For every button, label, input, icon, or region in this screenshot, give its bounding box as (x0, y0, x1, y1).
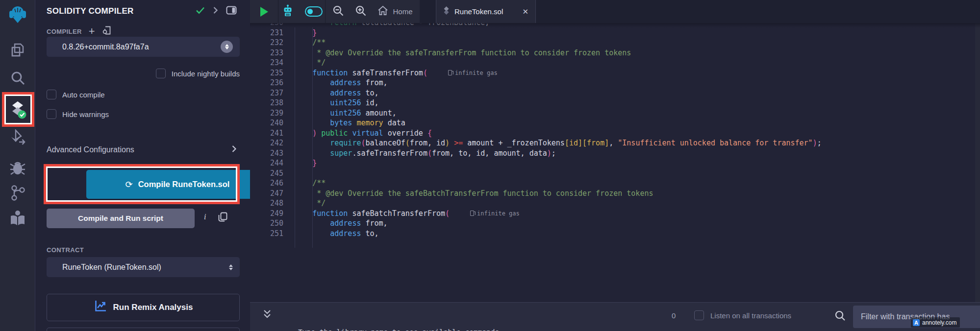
include-nightly-builds-label: Include nightly builds (172, 70, 240, 78)
checkbox-box[interactable] (47, 109, 56, 119)
gas-estimate-badge: infinite gas (448, 70, 498, 76)
code-line-249[interactable]: 249 function safeBatchTransferFrom(infin… (250, 209, 980, 219)
terminal-bar: 0 Listen on all transactions Type the li… (250, 302, 980, 331)
code-line-233[interactable]: 233 * @dev Override the safeTransferFrom… (250, 48, 980, 58)
code-line-239[interactable]: 239 uint256 amount, (250, 108, 980, 118)
compile-button[interactable]: ⟳ Compile RuneToken.sol (86, 170, 269, 199)
tab-runetoken[interactable]: RuneToken.sol ✕ (436, 0, 536, 23)
code-line-246[interactable]: 246 /** (250, 178, 980, 189)
code-text: */ (295, 58, 326, 67)
add-custom-compiler-icon[interactable]: + (89, 28, 95, 35)
code-line-244[interactable]: 244 } (250, 158, 980, 168)
code-text: * @dev Override the safeTransferFrom fun… (295, 48, 631, 57)
code-line-243[interactable]: 243 super.safeTransferFrom(from, to, id,… (250, 148, 980, 159)
listen-all-transactions-checkbox[interactable]: Listen on all transactions (694, 310, 791, 320)
code-line-237[interactable]: 237 address to, (250, 88, 980, 98)
editor-toolbar: Home RuneToken.sol ✕ (250, 0, 980, 23)
tab-home[interactable]: Home (377, 5, 412, 18)
checkbox-box[interactable] (47, 90, 56, 99)
code-line-232[interactable]: 232 /** (250, 38, 980, 48)
terminal-search-icon[interactable] (834, 310, 846, 323)
code-line-238[interactable]: 238 uint256 id, (250, 98, 980, 108)
run-script-icon[interactable] (260, 7, 268, 17)
hide-warnings-checkbox[interactable]: Hide warnings (47, 109, 109, 119)
compiler-section-header: COMPILER + (47, 25, 112, 37)
active-tab-label: RuneToken.sol (454, 7, 503, 16)
source-control-icon[interactable] (0, 182, 35, 204)
remix-logo[interactable] (0, 4, 35, 25)
deploy-and-run-icon[interactable] (0, 127, 35, 149)
home-tab-label: Home (393, 7, 412, 16)
code-text: } (295, 159, 317, 167)
debugger-icon[interactable] (0, 157, 35, 178)
zoom-out-icon[interactable] (332, 5, 344, 19)
solidity-file-icon (443, 6, 450, 17)
code-text: function safeTransferFrom( (295, 69, 427, 77)
code-text: address to, (295, 89, 379, 97)
line-number: 235 (250, 69, 283, 77)
code-line-235[interactable]: 235 function safeTransferFrom(infinite g… (250, 68, 980, 78)
code-line-247[interactable]: 247 * @dev Override the safeBatchTransfe… (250, 189, 980, 199)
code-text: super.safeTransferFrom(from, to, id, amo… (295, 149, 556, 158)
ai-copilot-toggle[interactable] (305, 6, 323, 17)
checkbox-box[interactable] (694, 310, 704, 320)
collapse-panel-icon[interactable] (213, 6, 218, 16)
include-nightly-builds-checkbox[interactable]: Include nightly builds (156, 69, 240, 78)
solidity-compiler-panel: SOLIDITY COMPILER COMPILER + (35, 0, 250, 331)
copy-icon[interactable] (218, 212, 227, 224)
contract-label: CONTRACT (47, 246, 84, 254)
home-icon (377, 5, 388, 18)
annotely-watermark: A annotely.com (911, 317, 960, 328)
file-explorer-icon[interactable] (0, 39, 35, 61)
code-line-248[interactable]: 248 */ (250, 198, 980, 209)
line-number: 238 (250, 98, 283, 107)
pin-panel-icon[interactable] (226, 6, 237, 17)
search-icon[interactable] (0, 68, 35, 89)
gas-pump-icon (470, 211, 474, 216)
compiler-version-select[interactable]: 0.8.26+commit.8a97fa7a (47, 37, 240, 57)
solidity-compiler-icon[interactable] (0, 97, 35, 122)
code-line-231[interactable]: 231 } (250, 28, 980, 38)
panel-header: SOLIDITY COMPILER (47, 5, 243, 18)
compile-and-run-button[interactable]: Compile and Run script (47, 209, 195, 228)
checkbox-box[interactable] (156, 69, 166, 78)
transaction-count-badge: 0 (672, 311, 676, 320)
advanced-configurations-toggle[interactable]: Advanced Configurations (47, 145, 240, 155)
remix-ai-robot-icon[interactable] (281, 4, 294, 19)
code-editor[interactable]: 230 return totalBalance - frozenBalance;… (250, 23, 980, 302)
chevron-right-icon (231, 145, 240, 155)
code-text: } (295, 28, 317, 37)
code-line-240[interactable]: 240 bytes memory data (250, 118, 980, 128)
expand-terminal-icon[interactable] (263, 309, 272, 322)
code-text: function safeBatchTransferFrom( (295, 209, 450, 218)
code-line-234[interactable]: 234 */ (250, 58, 980, 68)
line-number: 243 (250, 149, 283, 158)
code-line-245[interactable]: 245 (250, 168, 980, 179)
contract-select-value: RuneToken (RuneToken.sol) (62, 263, 161, 272)
code-line-251[interactable]: 251 address to, (250, 229, 980, 239)
zoom-in-icon[interactable] (355, 5, 367, 19)
compile-button-label: Compile RuneToken.sol (138, 180, 230, 189)
contract-select[interactable]: RuneToken (RuneToken.sol) (47, 257, 240, 277)
code-line-241[interactable]: 241 ) public virtual override { (250, 128, 980, 139)
code-text: require(balanceOf(from, id) >= amount + … (295, 139, 822, 147)
code-line-242[interactable]: 242 require(balanceOf(from, id) >= amoun… (250, 138, 980, 148)
info-icon[interactable]: i (204, 213, 206, 221)
compiled-check-icon (196, 6, 205, 16)
promote-compiler-icon[interactable] (102, 25, 112, 37)
ai-section (278, 0, 326, 23)
close-tab-icon[interactable]: ✕ (522, 7, 528, 16)
code-text: uint256 id, (295, 98, 379, 107)
next-button-partial[interactable] (47, 328, 240, 331)
compile-and-run-label: Compile and Run script (78, 214, 163, 222)
auto-compile-checkbox[interactable]: Auto compile (47, 90, 105, 99)
code-line-236[interactable]: 236 address from, (250, 78, 980, 88)
run-remix-analysis-button[interactable]: Run Remix Analysis (47, 294, 240, 321)
line-number: 246 (250, 179, 283, 188)
code-line-250[interactable]: 250 address from, (250, 218, 980, 229)
code-lines: 230 return totalBalance - frozenBalance;… (250, 23, 980, 238)
editor-scrollbar[interactable] (975, 23, 980, 302)
learneth-icon[interactable] (0, 208, 35, 229)
analysis-chart-icon (94, 300, 107, 315)
code-text: ) public virtual override { (295, 129, 432, 138)
